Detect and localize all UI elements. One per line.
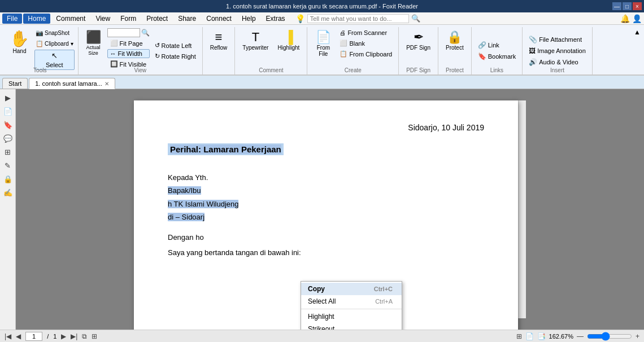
sidebar-bookmark-btn[interactable]: 🔖 <box>2 119 14 131</box>
menu-connect[interactable]: Connect <box>202 14 236 24</box>
prev-page-button[interactable]: ◀ <box>16 332 21 340</box>
ctx-select-all[interactable]: Select All Ctrl+A <box>301 295 402 308</box>
copy-pages-button[interactable]: ⧉ <box>82 332 87 340</box>
from-scanner-button[interactable]: 🖨 From Scanner <box>337 28 395 37</box>
menu-help[interactable]: Help <box>237 14 260 24</box>
rotate-left-icon: ↺ <box>155 42 160 49</box>
tabs-bar: Start 1. contoh surat lamara... ✕ <box>0 76 644 89</box>
tab-start[interactable]: Start <box>2 78 28 89</box>
snapshot-label[interactable]: SnapShot <box>45 30 69 36</box>
create-group: 📄 FromFile 🖨 From Scanner ⬜ Blank 📋 From… <box>307 27 399 74</box>
actual-size-button[interactable]: ⬛ ActualSize <box>82 28 105 59</box>
view-group: ⬛ ActualSize 162.67% 🔍 ⬜ Fit Page ↔ Fit … <box>79 27 203 74</box>
title-bar: 1. contoh surat lamaran kerja guru tk se… <box>0 0 644 12</box>
first-page-button[interactable]: |◀ <box>5 332 11 340</box>
pdf-addr-line1: Kepada Yth. <box>168 171 484 184</box>
zoom-in-button[interactable]: + <box>636 332 639 340</box>
menu-protect[interactable]: Protect <box>142 14 172 24</box>
protect-button[interactable]: 🔒 Protect <box>442 28 468 54</box>
menu-extras[interactable]: Extras <box>262 14 290 24</box>
from-file-button[interactable]: 📄 FromFile <box>311 28 336 60</box>
pdf-addr-line2: Bapak/Ibu <box>168 184 484 197</box>
sidebar-fields-btn[interactable]: ✎ <box>2 159 14 172</box>
app-title: 1. contoh surat lamaran kerja guru tk se… <box>226 3 418 10</box>
links-col: 🔗 Link 🔖 Bookmark <box>475 28 519 73</box>
close-button[interactable]: × <box>633 2 642 10</box>
ctx-highlight[interactable]: Highlight <box>301 310 402 323</box>
status-btn1[interactable]: ⊞ <box>516 332 522 340</box>
link-button[interactable]: 🔗 Link <box>475 40 519 50</box>
content-area: ▶ 📄 🔖 💬 ⊞ ✎ 🔒 ✍ Sidoarjo, 10 Juli 2019 P… <box>0 89 644 330</box>
fit-width-button[interactable]: ↔ Fit Width <box>107 49 150 58</box>
tab-close-icon[interactable]: ✕ <box>105 81 109 87</box>
hand-button[interactable]: ✋ Hand <box>6 28 33 57</box>
context-menu: Copy Ctrl+C Select All Ctrl+A Highlight … <box>301 281 402 330</box>
pdf-address: Kepada Yth. Bapak/Ibu h TK Islami Wiludj… <box>168 171 484 224</box>
protect-group: 🔒 Protect Protect <box>438 27 472 74</box>
last-page-button[interactable]: ▶| <box>71 332 77 340</box>
view-button[interactable]: ⊞ <box>92 332 97 340</box>
pdf-sign-button[interactable]: ✒ PDF Sign <box>402 28 434 54</box>
pdf-addr-line3: h TK Islami Wiludjeng <box>168 198 484 211</box>
search-input[interactable] <box>307 14 409 23</box>
zoom-out-button[interactable]: — <box>577 332 584 340</box>
window-controls: — □ × <box>612 2 642 10</box>
menu-home[interactable]: Home <box>23 14 50 24</box>
protect-icon: 🔒 <box>447 31 462 43</box>
fit-page-icon: ⬜ <box>110 40 118 47</box>
reflow-button[interactable]: ≡ Reflow <box>206 28 232 54</box>
bookmark-button[interactable]: 🔖 Bookmark <box>475 51 519 62</box>
menu-file[interactable]: File <box>2 14 22 24</box>
typewriter-button[interactable]: T Typewriter <box>238 28 272 54</box>
sidebar-security-btn[interactable]: 🔒 <box>2 173 14 185</box>
fit-page-button[interactable]: ⬜ Fit Page <box>107 38 150 48</box>
zoom-slider[interactable] <box>587 332 632 341</box>
status-left: |◀ ◀ / 1 ▶ ▶| ⧉ ⊞ <box>5 332 97 341</box>
from-clipboard-button[interactable]: 📋 From Clipboard <box>337 49 395 59</box>
left-sidebar: ▶ 📄 🔖 💬 ⊞ ✎ 🔒 ✍ <box>0 89 16 330</box>
tab-document[interactable]: 1. contoh surat lamara... ✕ <box>29 78 115 89</box>
insert-col: 📎 File Attachment 🖼 Image Annotation 🔊 A… <box>526 28 589 73</box>
rotate-left-button[interactable]: ↺ Rotate Left <box>152 41 199 50</box>
image-annotation-button[interactable]: 🖼 Image Annotation <box>526 46 589 56</box>
tools-group: ✋ Hand 📷 SnapShot 📋 Clipboard ▾ ↖ Select… <box>2 27 79 74</box>
zoom-input[interactable]: 162.67% <box>107 28 140 37</box>
clipboard-icon: 📋 <box>36 40 43 47</box>
menu-view[interactable]: View <box>91 14 115 24</box>
tools-group-label: Tools <box>2 67 78 73</box>
pdf-addr-line4: di – Sidoarj <box>168 211 484 223</box>
pdf-viewer[interactable]: Sidoarjo, 10 Juli 2019 Perihal: Lamaran … <box>16 89 644 330</box>
clipboard-label[interactable]: Clipboard ▾ <box>45 41 73 47</box>
page-input[interactable] <box>25 332 42 341</box>
highlight-button[interactable]: ▐ Highlight <box>273 28 303 54</box>
tab-doc-label: 1. contoh surat lamara... <box>35 80 102 87</box>
comment-row: T Typewriter ▐ Highlight <box>238 28 303 73</box>
maximize-button[interactable]: □ <box>623 2 632 10</box>
menu-share[interactable]: Share <box>173 14 201 24</box>
sidebar-page-btn[interactable]: 📄 <box>2 105 14 117</box>
status-btn2[interactable]: 📄 <box>525 332 534 340</box>
sidebar-comment-btn[interactable]: 💬 <box>2 132 14 144</box>
reflow-icon: ≡ <box>215 31 223 43</box>
from-clipboard-icon: 📋 <box>340 50 347 58</box>
links-group: 🔗 Link 🔖 Bookmark Links <box>472 27 523 74</box>
sidebar-sign-btn[interactable]: ✍ <box>2 186 14 199</box>
ribbon-collapse-icon[interactable]: ▲ <box>634 28 641 36</box>
sidebar-arrow-btn[interactable]: ▶ <box>2 91 14 104</box>
blank-button[interactable]: ⬜ Blank <box>337 38 395 48</box>
account-icon[interactable]: 👤 <box>632 14 642 23</box>
fit-width-icon: ↔ <box>110 50 116 57</box>
next-page-button[interactable]: ▶ <box>61 332 66 340</box>
sidebar-layers-btn[interactable]: ⊞ <box>2 146 14 158</box>
ctx-strikeout[interactable]: Strikeout <box>301 323 402 330</box>
ctx-copy[interactable]: Copy Ctrl+C <box>301 283 402 295</box>
minimize-button[interactable]: — <box>612 2 621 10</box>
status-btn3[interactable]: 📑 <box>537 332 546 340</box>
menu-form[interactable]: Form <box>116 14 141 24</box>
file-attachment-button[interactable]: 📎 File Attachment <box>526 34 589 45</box>
zoom-search-icon[interactable]: 🔍 <box>141 29 150 37</box>
notification-icon[interactable]: 🔔 <box>620 14 630 23</box>
rotate-right-button[interactable]: ↻ Rotate Right <box>152 51 199 61</box>
menu-comment[interactable]: Comment <box>51 14 90 24</box>
audio-video-button[interactable]: 🔊 Audio & Video <box>526 57 589 67</box>
